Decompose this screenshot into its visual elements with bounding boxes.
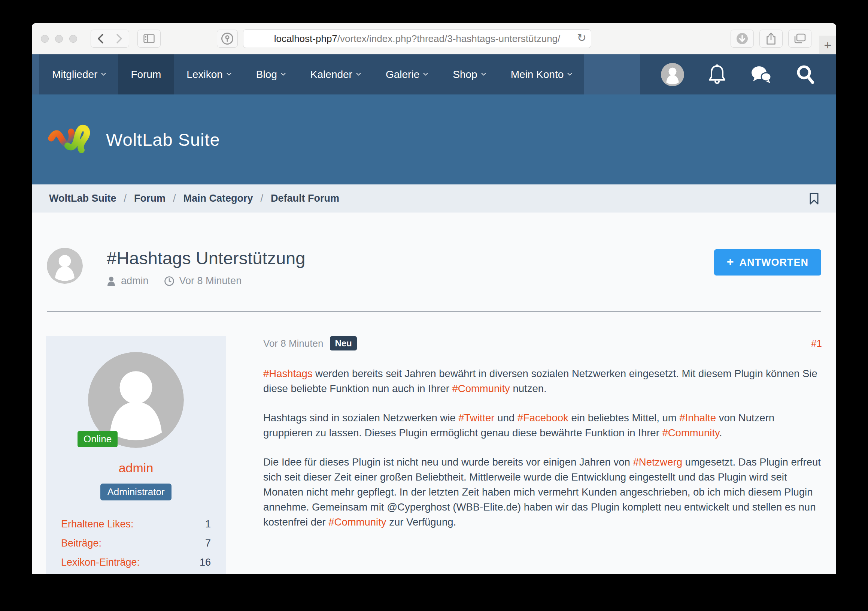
new-tab-button[interactable]: + <box>819 36 836 54</box>
close-window-button[interactable] <box>41 35 49 43</box>
search-icon <box>796 64 815 85</box>
stat-label-link[interactable]: Erhaltene Likes: <box>61 518 134 530</box>
toolbar-right-buttons <box>730 30 811 48</box>
post-paragraph: Hashtags sind in sozialen Netzwerken wie… <box>263 410 822 440</box>
nav-item-mitglieder[interactable]: Mitglieder <box>39 54 118 95</box>
hashtag-link[interactable]: #Twitter <box>458 412 494 424</box>
user-icon <box>107 276 116 286</box>
stat-row: Beiträge:7 <box>61 538 211 549</box>
woltlab-logo-icon[interactable] <box>48 119 96 160</box>
reload-button[interactable]: ↻ <box>577 31 586 44</box>
thread-avatar[interactable] <box>47 248 83 284</box>
back-button[interactable] <box>91 30 110 48</box>
share-icon <box>766 32 777 45</box>
chevron-down-icon <box>226 71 231 76</box>
thread-title: #Hashtags Unterstützung <box>107 248 305 268</box>
hashtag-link[interactable]: #Inhalte <box>679 412 716 424</box>
breadcrumb-item-1[interactable]: Forum <box>134 193 166 204</box>
post-paragraph: Die Idee für dieses Plugin ist nicht neu… <box>263 455 822 530</box>
chevron-down-icon <box>281 71 286 76</box>
thread-header: #Hashtags Unterstützung admin Vor 8 Minu <box>46 248 822 287</box>
hashtag-link[interactable]: #Community <box>329 516 386 528</box>
breadcrumb: WoltLab Suite/Forum/Main Category/Defaul… <box>32 184 836 213</box>
forward-button[interactable] <box>110 30 129 48</box>
stat-label-link[interactable]: Beiträge: <box>61 538 101 549</box>
url-host: localhost-php7 <box>274 33 337 45</box>
reply-button-label: ANTWORTEN <box>739 257 809 268</box>
sidebar-icon <box>143 34 155 43</box>
nav-item-blog[interactable]: Blog <box>243 54 298 95</box>
download-icon <box>735 32 749 45</box>
thread-time: Vor 8 Minuten <box>179 275 242 287</box>
post-divider <box>47 311 821 312</box>
url-field[interactable]: localhost-php7/vortex/index.php?thread/3… <box>243 29 591 48</box>
back-icon <box>97 33 104 44</box>
nav-item-label: Mitglieder <box>52 68 98 81</box>
nav-item-mein-konto[interactable]: Mein Konto <box>498 54 584 95</box>
breadcrumb-separator: / <box>173 193 176 204</box>
rank-badge: Administrator <box>100 484 171 501</box>
traffic-lights <box>41 35 77 43</box>
screenshot-stage: localhost-php7/vortex/index.php?thread/3… <box>0 0 868 611</box>
bookmark-button[interactable] <box>809 193 819 205</box>
site-title[interactable]: WoltLab Suite <box>106 129 220 150</box>
stat-label-link[interactable]: Lexikon-Einträge: <box>61 557 140 568</box>
nav-item-shop[interactable]: Shop <box>440 54 498 95</box>
chevron-down-icon <box>423 71 428 76</box>
chevron-down-icon <box>101 71 106 76</box>
breadcrumb-item-2[interactable]: Main Category <box>183 193 253 204</box>
plus-icon: + <box>824 38 832 53</box>
notifications-button[interactable] <box>708 64 726 85</box>
share-button[interactable] <box>760 30 783 48</box>
nav-gap <box>584 54 640 95</box>
thread-meta: admin Vor 8 Minuten <box>107 275 305 287</box>
breadcrumb-separator: / <box>260 193 264 204</box>
hashtag-link[interactable]: #Community <box>662 427 719 438</box>
history-nav-buttons <box>91 30 129 48</box>
reply-button[interactable]: + ANTWORTEN <box>714 249 821 275</box>
card-avatar-wrap: Online <box>88 352 184 448</box>
nav-item-label: Mein Konto <box>511 68 564 81</box>
tab-overview-button[interactable] <box>788 30 811 48</box>
breadcrumb-separator: / <box>124 193 127 204</box>
breadcrumb-item-3[interactable]: Default Forum <box>271 193 339 204</box>
hashtag-link[interactable]: #Community <box>453 383 510 394</box>
thread-author-link[interactable]: admin <box>121 275 149 287</box>
password-manager-button[interactable] <box>217 30 238 48</box>
minimize-window-button[interactable] <box>55 35 63 43</box>
nav-item-forum[interactable]: Forum <box>118 54 174 95</box>
keyhole-icon <box>221 32 234 45</box>
browser-toolbar: localhost-php7/vortex/index.php?thread/3… <box>32 23 836 54</box>
conversations-button[interactable] <box>750 65 772 84</box>
stat-value: 1 <box>205 518 211 530</box>
post-number-link[interactable]: #1 <box>811 338 822 349</box>
chevron-down-icon <box>481 71 486 76</box>
hashtag-link[interactable]: #Netzwerg <box>633 456 682 468</box>
new-badge: Neu <box>330 336 356 350</box>
user-menu-button[interactable] <box>661 63 684 86</box>
breadcrumb-item-0[interactable]: WoltLab Suite <box>49 193 116 204</box>
sidebar-toggle-button[interactable] <box>138 30 161 48</box>
hashtag-link[interactable]: #Facebook <box>518 412 569 424</box>
thread-page: #Hashtags Unterstützung admin Vor 8 Minu <box>32 248 836 574</box>
post-paragraph: #Hashtags werden bereits seit Jahren bew… <box>263 366 822 396</box>
nav-item-galerie[interactable]: Galerie <box>373 54 440 95</box>
paragraph-text: nutzen. <box>510 383 547 394</box>
online-badge: Online <box>78 431 118 447</box>
downloads-button[interactable] <box>730 30 754 48</box>
nav-item-label: Shop <box>453 68 477 81</box>
nav-item-lexikon[interactable]: Lexikon <box>174 54 243 95</box>
search-button[interactable] <box>796 64 815 85</box>
hashtag-link[interactable]: #Hashtags <box>263 368 312 379</box>
nav-icon-group <box>640 54 836 95</box>
plus-icon: + <box>727 255 734 269</box>
post: Online admin Administrator Erhaltene Lik… <box>46 336 822 574</box>
zoom-window-button[interactable] <box>69 35 77 43</box>
bell-icon <box>708 64 726 85</box>
nav-item-kalender[interactable]: Kalender <box>298 54 373 95</box>
card-username-link[interactable]: admin <box>61 461 211 475</box>
post-meta: Vor 8 Minuten Neu #1 <box>263 336 822 350</box>
tabs-icon <box>794 33 806 44</box>
paragraph-text: ein beliebtes Mittel, um <box>569 412 680 424</box>
chevron-down-icon <box>356 71 361 76</box>
